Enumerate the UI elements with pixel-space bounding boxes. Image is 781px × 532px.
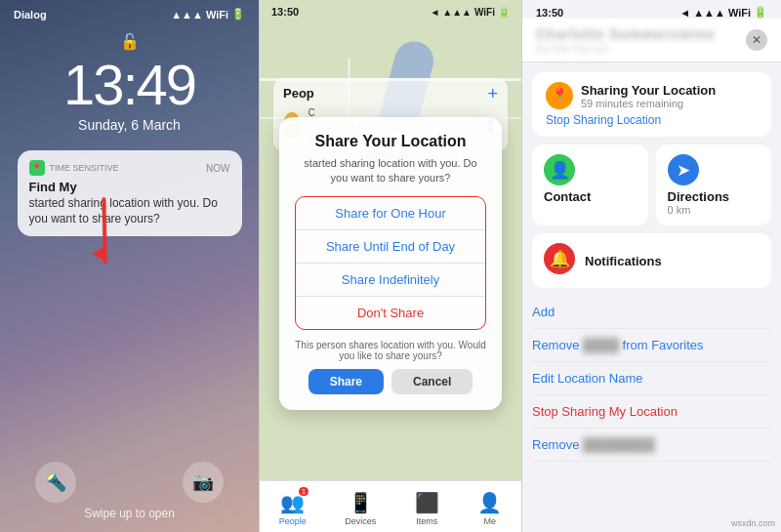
lock-time: 13:49 — [63, 57, 195, 113]
items-tab-icon: ⬛ — [415, 491, 439, 514]
camera-icon[interactable]: 📷 — [183, 462, 224, 503]
signal-icon: ▲▲▲ — [171, 9, 203, 20]
remove-favorites-prefix: Remove — [532, 338, 579, 352]
items-tab-label: Items — [416, 516, 437, 526]
share-buttons-row: Share Cancel — [295, 369, 486, 394]
status-icons-panel1: ▲▲▲ WiFi 🔋 — [171, 8, 245, 20]
contact-directions-row: 👤 Contact ➤ Directions 0 km — [532, 144, 771, 225]
contact-subtitle-blurred: foo bar baz qux — [536, 42, 716, 54]
contact-card-title: Contact — [544, 189, 637, 204]
tab-people[interactable]: 👥 1 People — [279, 491, 307, 526]
devices-tab-icon: 📱 — [349, 491, 373, 514]
tab-devices[interactable]: 📱 Devices — [345, 491, 376, 526]
lock-screen-bottom: 🔦 📷 — [0, 462, 259, 503]
devices-tab-label: Devices — [345, 516, 376, 526]
contact-icon: 👤 — [544, 154, 575, 185]
share-cancel-button[interactable]: Cancel — [391, 369, 473, 394]
remove-favorites-link[interactable]: Remove ████ from Favorites — [532, 329, 771, 362]
battery-icon-panel3: 🔋 — [754, 6, 767, 19]
remove-name-blurred: ████████ — [583, 437, 655, 452]
swipe-text: Swipe up to open — [84, 507, 175, 520]
contact-name-blurred: Charlotte Sommersteine — [536, 26, 716, 42]
status-bar-panel1: Dialog ▲▲▲ WiFi 🔋 — [0, 0, 259, 20]
notif-time-sensitive: TIME SENSITIVE — [50, 163, 119, 173]
notif-header: 📍 TIME SENSITIVE NOW — [29, 160, 230, 176]
people-section-title: Peop — [283, 86, 314, 101]
watermark: wsxdn.com — [731, 518, 775, 528]
sharing-location-icon: 📍 — [546, 82, 573, 109]
tab-bar-panel2: 👥 1 People 📱 Devices ⬛ Items 👤 Me — [260, 480, 521, 532]
status-icons-panel3: ◄ ▲▲▲ WiFi 🔋 — [679, 6, 767, 19]
notif-time: NOW — [206, 163, 229, 174]
share-confirm-button[interactable]: Share — [308, 369, 384, 394]
me-tab-label: Me — [483, 516, 496, 526]
contact-card[interactable]: 👤 Contact — [532, 144, 648, 225]
people-tab-badge: 1 — [299, 487, 308, 496]
sharing-subtitle: 59 minutes remaining — [581, 98, 716, 109]
status-time-panel2: 13:50 — [271, 6, 299, 18]
battery-icon-panel2: 🔋 — [498, 7, 510, 18]
notifications-card-title: Notifications — [585, 254, 662, 268]
tab-items[interactable]: ⬛ Items — [415, 491, 439, 526]
remove-favorites-suffix: from Favorites — [623, 338, 704, 352]
share-options-container: Share for One Hour Share Until End of Da… — [295, 196, 486, 330]
location-icon-panel3: ◄ — [679, 7, 690, 19]
status-bar-panel2: 13:50 ◄ ▲▲▲ WiFi 🔋 — [260, 0, 521, 18]
status-bar-panel3: 13:50 ◄ ▲▲▲ WiFi 🔋 — [522, 0, 781, 19]
svg-marker-1 — [92, 244, 112, 265]
people-tab-label: People — [279, 516, 307, 526]
detail-header: Charlotte Sommersteine foo bar baz qux ✕ — [522, 19, 781, 62]
location-icon-panel2: ◄ — [430, 7, 439, 18]
lock-screen-panel: Dialog ▲▲▲ WiFi 🔋 🔓 13:49 Sunday, 6 Marc… — [0, 0, 259, 532]
share-dialog-body: started sharing location with you. Do yo… — [295, 156, 486, 186]
directions-card-title: Directions — [668, 189, 760, 204]
add-person-button[interactable]: + — [487, 84, 498, 104]
remove-prefix: Remove — [532, 437, 579, 452]
status-icons-panel2: ◄ ▲▲▲ WiFi 🔋 — [430, 6, 510, 18]
sharing-row: 📍 Sharing Your Location 59 minutes remai… — [546, 82, 758, 109]
detail-close-button[interactable]: ✕ — [746, 29, 767, 51]
tab-me[interactable]: 👤 Me — [477, 491, 502, 526]
wifi-icon-panel3: WiFi — [728, 7, 751, 19]
signal-icon-panel3: ▲▲▲ — [693, 7, 725, 19]
status-time-panel3: 13:50 — [536, 7, 563, 19]
findmy-detail-panel: 13:50 ◄ ▲▲▲ WiFi 🔋 Charlotte Sommerstein… — [522, 0, 781, 532]
remove-favorites-name-blurred: ████ — [583, 338, 622, 352]
notif-title: Find My — [29, 180, 230, 194]
sharing-location-card: 📍 Sharing Your Location 59 minutes remai… — [532, 72, 771, 137]
detail-actions-section: Add Remove ████ from Favorites Edit Loca… — [522, 296, 781, 462]
dont-share-option[interactable]: Don't Share — [296, 297, 485, 329]
add-link[interactable]: Add — [532, 296, 771, 329]
me-tab-icon: 👤 — [477, 491, 502, 514]
lock-icon: 🔓 — [120, 32, 140, 51]
flashlight-icon[interactable]: 🔦 — [35, 462, 76, 503]
directions-icon: ➤ — [668, 154, 699, 185]
sharing-title: Sharing Your Location — [581, 83, 716, 98]
status-dialog-label: Dialog — [14, 9, 47, 20]
share-indefinitely-option[interactable]: Share Indefinitely — [296, 264, 485, 297]
lock-date: Sunday, 6 March — [78, 117, 181, 133]
wifi-icon: WiFi — [206, 9, 228, 20]
notifications-card[interactable]: 🔔 Notifications — [532, 233, 771, 288]
signal-icon-panel2: ▲▲▲ — [442, 7, 472, 18]
share-location-dialog: Share Your Location started sharing loca… — [279, 117, 502, 410]
notif-app-row: 📍 TIME SENSITIVE — [29, 160, 119, 176]
detail-cards-section: 📍 Sharing Your Location 59 minutes remai… — [522, 62, 781, 288]
share-dialog-title: Share Your Location — [295, 133, 486, 150]
directions-distance: 0 km — [668, 204, 760, 216]
battery-icon: 🔋 — [231, 8, 245, 20]
stop-sharing-location-link[interactable]: Stop Sharing Location — [546, 113, 758, 127]
map-share-panel: 13:50 ◄ ▲▲▲ WiFi 🔋 Peop + 😊 CThis person… — [259, 0, 522, 532]
findmy-app-icon: 📍 — [29, 160, 45, 176]
stop-sharing-my-location-link[interactable]: Stop Sharing My Location — [532, 395, 771, 429]
share-end-of-day-option[interactable]: Share Until End of Day — [296, 230, 485, 264]
directions-card[interactable]: ➤ Directions 0 km — [656, 144, 772, 225]
share-one-hour-option[interactable]: Share for One Hour — [296, 197, 485, 230]
wifi-icon-panel2: WiFi — [474, 7, 495, 18]
share-bottom-text: This person shares location with you. Wo… — [295, 340, 486, 361]
remove-contact-link[interactable]: Remove ████████ — [532, 429, 771, 462]
notifications-icon: 🔔 — [544, 243, 575, 274]
edit-location-name-link[interactable]: Edit Location Name — [532, 362, 771, 395]
